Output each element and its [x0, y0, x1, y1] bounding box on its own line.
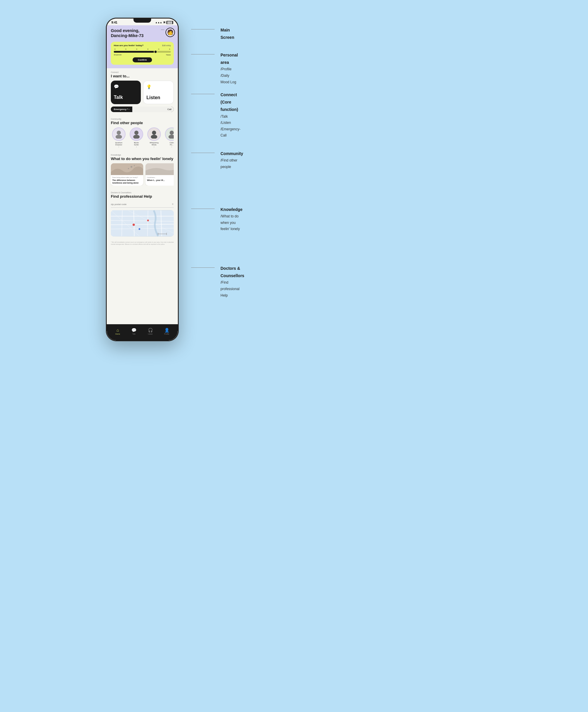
map-background	[111, 210, 174, 237]
knowledge-card-2[interactable]: Loneliness... When t... your lif...	[146, 163, 174, 186]
mood-dot	[136, 48, 137, 50]
talk-button[interactable]: 💬 Talk	[111, 81, 141, 104]
person-card-mystic[interactable]: MysticSurfer ›	[128, 127, 144, 148]
nav-listen[interactable]: 🎧 Listen	[148, 328, 153, 335]
person-name-mystic: MysticSurfer	[134, 142, 139, 146]
connect-section: Connect I want to... 💬 Talk 💡 Listen	[107, 68, 178, 115]
annotation-main-screen: Main Screen	[191, 26, 234, 41]
annotation-doctors-text: Doctors & Counsellors /Find professional…	[220, 265, 244, 299]
home-icon: ⌂	[117, 328, 119, 332]
knowledge-image-2	[146, 163, 174, 175]
status-time: 9:41	[111, 21, 117, 24]
avatar-button[interactable]: 🧑	[166, 28, 175, 37]
confirm-button[interactable]: Confirm	[132, 57, 152, 62]
annotation-line	[191, 94, 215, 94]
emergency-bar: Emergency * › Call	[111, 106, 174, 112]
svg-point-2	[134, 130, 139, 135]
zip-input[interactable]	[111, 203, 172, 206]
nav-profile-label: Profile	[164, 333, 169, 335]
person-name-calm: CalmPo...	[170, 142, 174, 146]
doctors-label: Doctors & Counsellors	[111, 191, 174, 194]
knowledge-body-1: Does being alone make you lonely? The di…	[111, 175, 143, 186]
connect-grid: 💬 Talk 💡 Listen	[111, 81, 174, 104]
status-icons: ▲▲▲ ⌘ ▓▓▓	[155, 21, 173, 24]
mood-label-left: desperate	[114, 54, 122, 56]
annotation-knowledge-text: Knowledge /What to do when you feelin' l…	[220, 206, 243, 232]
nav-listen-label: Listen	[148, 333, 152, 335]
knowledge-title-1: The difference between loneliness and be…	[112, 179, 142, 184]
mood-slider-dots	[114, 48, 171, 50]
svg-point-24	[132, 224, 135, 226]
knowledge-img-bg	[111, 163, 143, 175]
call-label: Call	[167, 108, 171, 110]
mood-section: How are you feelin' today? Edit entry	[107, 42, 178, 68]
mood-dot	[114, 48, 115, 50]
knowledge-scroll: Does being alone make you lonely? The di…	[111, 163, 174, 186]
disclaimer-text: * We will immediately connect you to an …	[107, 240, 178, 247]
talk-icon: 💬	[114, 84, 119, 89]
listen-label: Listen	[146, 95, 160, 100]
mood-dot	[125, 48, 126, 50]
annotation-main-screen-text: Main Screen	[220, 26, 234, 41]
person-name: QuantumDreamer	[115, 142, 123, 146]
person-card-whispering[interactable]: WhisperingWinds ›	[146, 127, 162, 148]
person-card-quantum[interactable]: QuantumDreamer ›	[111, 127, 127, 148]
person-arrow-icon: ›	[171, 146, 172, 148]
mood-label-right: happy	[166, 54, 171, 56]
mood-dot	[147, 48, 148, 50]
annotation-line	[191, 54, 215, 55]
annotation-personal-text: Personal area /Profile /Daily Mood Log	[220, 52, 238, 85]
doctors-section: Doctors & Counsellors Find professional …	[107, 189, 178, 240]
knowledge-card-1[interactable]: Does being alone make you lonely? The di…	[111, 163, 143, 186]
connect-label: Connect	[111, 71, 174, 73]
community-scroll: QuantumDreamer › MysticSurfer ›	[111, 127, 174, 148]
menu-dots-icon[interactable]: ⋯	[161, 28, 164, 32]
app-header: Good evening, Dancing-Mike-73 ⋯ 🧑	[107, 25, 178, 42]
annotation-connect: Connect (Core function) /Talk /Listen /E…	[191, 91, 240, 139]
person-avatar	[165, 127, 174, 141]
person-arrow-icon: ›	[136, 146, 137, 148]
svg-point-0	[117, 130, 121, 135]
phone-screen: 9:41 ▲▲▲ ⌘ ▓▓▓ Good evening, Dancing-Mik…	[107, 19, 178, 340]
annotation-line	[191, 267, 215, 268]
person-arrow-icon: ›	[119, 146, 119, 148]
community-section: Community Find other people QuantumDream…	[107, 115, 178, 151]
mood-slider-thumb[interactable]	[154, 50, 157, 54]
listen-nav-icon: 🎧	[148, 328, 153, 332]
person-name-whispering: WhisperingWinds	[150, 142, 159, 146]
knowledge-label: Knowledge	[111, 154, 174, 156]
map-container	[111, 210, 174, 237]
nav-profile[interactable]: 👤 Profile	[164, 328, 169, 335]
mood-header: How are you feelin' today? Edit entry	[114, 44, 171, 47]
person-card-calm[interactable]: CalmPo... ›	[164, 127, 174, 148]
mood-edit-link[interactable]: Edit entry	[162, 44, 171, 46]
phone-mockup: 9:41 ▲▲▲ ⌘ ▓▓▓ Good evening, Dancing-Mik…	[106, 18, 179, 341]
mood-question: How are you feelin' today?	[114, 44, 144, 47]
call-button[interactable]: Call	[132, 106, 174, 112]
phone-content: Good evening, Dancing-Mike-73 ⋯ 🧑 How ar…	[107, 25, 178, 339]
map-svg	[111, 210, 174, 237]
mood-slider-track[interactable]	[114, 51, 171, 53]
nav-talk[interactable]: 💬 Talk	[131, 328, 136, 335]
knowledge-body-2: Loneliness... When t... your lif...	[146, 175, 174, 183]
annotation-line	[191, 29, 215, 29]
annotation-knowledge: Knowledge /What to do when you feelin' l…	[191, 206, 243, 232]
listen-button[interactable]: 💡 Listen	[143, 81, 174, 104]
nav-home[interactable]: ⌂ Home	[115, 328, 120, 335]
mood-labels: desperate happy	[114, 54, 171, 56]
person-avatar	[130, 127, 143, 141]
mood-dot	[158, 48, 159, 50]
wifi-icon: ⌘	[163, 21, 166, 24]
svg-point-6	[170, 130, 174, 135]
svg-point-5	[151, 135, 157, 139]
knowledge-section: Knowledge What to do when you feelin' lo…	[107, 151, 178, 189]
annotation-community-text: Community /Find other people	[220, 150, 243, 170]
nav-home-label: Home	[115, 333, 120, 335]
knowledge-title-2: When t... your lif...	[147, 179, 174, 182]
knowledge-sub-2: Loneliness...	[147, 177, 174, 178]
emergency-chevron-icon: ›	[128, 108, 129, 110]
avatar-icon: 🧑	[167, 30, 173, 35]
svg-point-4	[152, 130, 156, 135]
emergency-button[interactable]: Emergency * ›	[111, 106, 132, 112]
nav-talk-label: Talk	[132, 333, 135, 335]
